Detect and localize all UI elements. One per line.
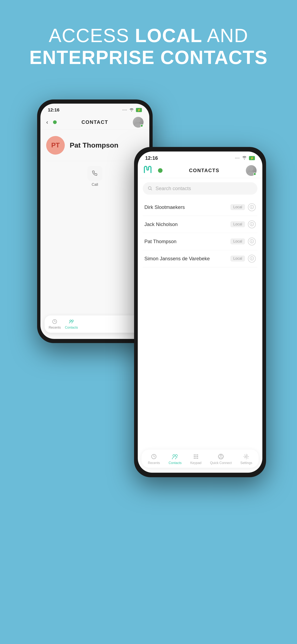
contact-name-4: Simon Janssens de Varebeke <box>144 256 210 262</box>
nav-item-quickconnect[interactable]: Quick Connect <box>210 453 232 465</box>
svg-point-9 <box>173 454 175 456</box>
contact-row-3[interactable]: Pat Thompson Local ⓘ <box>143 233 257 250</box>
local-badge-4: Local <box>230 256 245 262</box>
back-arrow-icon[interactable]: ‹ <box>46 119 48 126</box>
svg-point-4 <box>72 320 73 322</box>
front-dots-icon: ···· <box>235 156 240 160</box>
front-nav: CONTACTS <box>138 163 262 178</box>
phones-container: 12:16 ···· ⚡ ‹ <box>25 93 272 609</box>
svg-point-0 <box>136 118 140 122</box>
front-battery-icon: ⚡ <box>249 156 255 160</box>
contacts-list: Dirk Slootmaekers Local ⓘ Jack Nicholson… <box>138 199 262 267</box>
svg-point-12 <box>195 454 196 455</box>
nav-label-recents: Recents <box>148 461 160 465</box>
info-button-3[interactable]: ⓘ <box>248 238 256 246</box>
tab-contacts[interactable]: Contacts <box>65 319 78 330</box>
front-nav-title: CONTACTS <box>189 168 220 174</box>
header: ACCESS LOCAL AND ENTERPRISE CONTACTS <box>29 25 268 68</box>
contact-name-3: Pat Thompson <box>144 238 177 244</box>
header-line2: ENTERPRISE CONTACTS <box>29 47 268 68</box>
dots-icon: ···· <box>122 108 127 112</box>
nav-label-contacts: Contacts <box>169 461 182 465</box>
svg-point-19 <box>197 458 198 459</box>
back-status-icons: ···· ⚡ <box>122 107 142 113</box>
front-status-bar: 12:16 ···· ⚡ <box>138 152 262 163</box>
svg-point-11 <box>194 454 195 455</box>
avatar-online-indicator <box>140 124 143 127</box>
svg-point-21 <box>220 455 222 456</box>
call-label: Call <box>92 182 98 187</box>
nav-item-recents[interactable]: Recents <box>148 453 160 465</box>
header-local: LOCAL <box>135 25 202 46</box>
search-placeholder: Search contacts <box>156 186 191 191</box>
back-nav-title: CONTACT <box>81 119 108 125</box>
info-button-4[interactable]: ⓘ <box>248 255 256 262</box>
tab-recents-label: Recents <box>49 326 61 330</box>
contact-row-1[interactable]: Dirk Slootmaekers Local ⓘ <box>143 199 257 216</box>
nav-label-quickconnect: Quick Connect <box>210 461 232 465</box>
back-bottom-tabs: Recents Contacts <box>44 316 145 333</box>
front-status-icons: ···· ⚡ <box>235 156 255 161</box>
front-user-avatar[interactable] <box>246 165 257 176</box>
nav-label-keypad: Keypad <box>190 461 201 465</box>
keypad-icon <box>193 453 199 460</box>
status-dot <box>53 120 57 124</box>
app-logo <box>144 166 155 175</box>
info-button-1[interactable]: ⓘ <box>248 203 256 211</box>
back-time: 12:16 <box>48 107 59 113</box>
call-action: Call <box>40 161 149 192</box>
contact-row-4-right: Local ⓘ <box>230 255 256 262</box>
wifi-icon <box>129 107 134 113</box>
contact-avatar-initials: PT <box>46 136 65 154</box>
svg-point-22 <box>218 454 224 460</box>
local-badge-1: Local <box>230 204 245 210</box>
front-logo-area <box>144 166 163 175</box>
svg-point-13 <box>197 454 198 455</box>
bottom-nav: Recents Contacts <box>141 450 259 468</box>
svg-point-23 <box>246 456 247 458</box>
nav-label-settings: Settings <box>240 461 252 465</box>
contact-row-2[interactable]: Jack Nicholson Local ⓘ <box>143 216 257 233</box>
contact-row-2-right: Local ⓘ <box>230 220 256 228</box>
back-status-bar: 12:16 ···· ⚡ <box>40 104 149 115</box>
contact-name-2: Jack Nicholson <box>144 222 178 227</box>
tab-recents[interactable]: Recents <box>49 319 61 330</box>
contact-name-1: Dirk Slootmaekers <box>144 204 185 210</box>
contact-name: Pat Thompson <box>70 141 118 149</box>
battery-icon: ⚡ <box>136 108 142 112</box>
nav-item-settings[interactable]: Settings <box>240 453 252 465</box>
nav-item-keypad[interactable]: Keypad <box>190 453 201 465</box>
search-icon <box>148 186 153 191</box>
search-bar[interactable]: Search contacts <box>143 182 257 195</box>
info-button-2[interactable]: ⓘ <box>248 220 256 228</box>
local-badge-2: Local <box>230 221 245 227</box>
settings-icon <box>243 453 250 460</box>
nav-left: ‹ <box>46 119 57 126</box>
phone-front: 12:16 ···· ⚡ <box>134 147 266 477</box>
contact-card: PT Pat Thompson <box>40 130 149 161</box>
local-badge-3: Local <box>230 238 245 244</box>
front-wifi-icon <box>242 156 247 161</box>
recents-icon <box>151 453 157 460</box>
back-phone-screen: 12:16 ···· ⚡ ‹ <box>40 104 149 339</box>
svg-point-3 <box>70 320 71 322</box>
nav-item-contacts[interactable]: Contacts <box>169 453 182 465</box>
user-avatar[interactable] <box>133 117 144 128</box>
tab-contacts-label: Contacts <box>65 326 78 330</box>
header-line1: ACCESS LOCAL AND <box>29 25 268 47</box>
front-avatar-online <box>253 172 256 176</box>
front-time: 12:16 <box>145 155 158 161</box>
back-nav: ‹ CONTACT <box>40 115 149 130</box>
svg-point-17 <box>194 458 195 459</box>
svg-point-14 <box>194 456 195 457</box>
contact-row-4[interactable]: Simon Janssens de Varebeke Local ⓘ <box>143 250 257 267</box>
contact-row-3-right: Local ⓘ <box>230 238 256 246</box>
contact-row-1-right: Local ⓘ <box>230 203 256 211</box>
svg-point-5 <box>249 167 253 171</box>
call-button[interactable] <box>87 166 102 181</box>
front-status-dot <box>158 168 163 173</box>
svg-point-16 <box>197 456 198 457</box>
front-phone-screen: 12:16 ···· ⚡ <box>138 152 262 473</box>
quickconnect-icon <box>218 453 224 460</box>
svg-point-10 <box>175 454 177 456</box>
